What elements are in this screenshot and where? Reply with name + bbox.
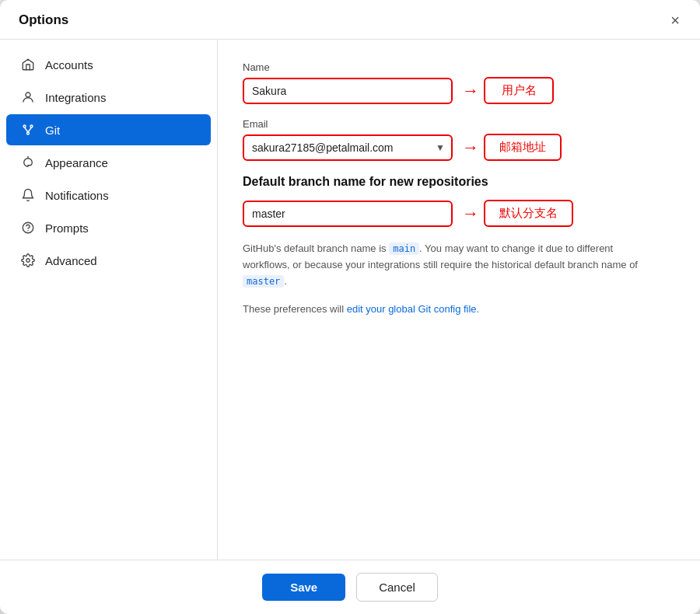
sidebar-item-appearance[interactable]: Appearance [6, 147, 211, 178]
cancel-button[interactable]: Cancel [356, 573, 438, 602]
svg-point-0 [26, 92, 30, 97]
name-annotation-arrow: → 用户名 [462, 77, 554, 104]
sidebar-item-integrations[interactable]: Integrations [6, 82, 211, 113]
branch-row: → 默认分支名 [243, 200, 675, 227]
arrow-right-icon-2: → [462, 139, 479, 156]
bell-icon [20, 187, 36, 203]
branch-info-text-1: GitHub's default branch name is [243, 242, 389, 254]
sidebar-item-advanced[interactable]: Advanced [6, 245, 211, 276]
name-row: → 用户名 [243, 77, 675, 104]
dialog-header: Options × [0, 0, 700, 40]
options-dialog: Options × Accounts Integrations ↑ [0, 0, 700, 614]
branch-section: Default branch name for new repositories… [243, 175, 675, 227]
branch-info-code1: main [389, 242, 419, 255]
appearance-icon [20, 155, 36, 170]
arrow-right-icon-3: → [462, 205, 479, 222]
svg-line-5 [28, 127, 32, 132]
user-icon [20, 89, 36, 105]
pref-link-line: These preferences will edit your global … [243, 303, 675, 315]
svg-point-9 [26, 259, 30, 263]
dialog-footer: Save Cancel [0, 560, 700, 614]
branch-info-code2: master [243, 275, 284, 288]
gear-icon [20, 253, 36, 268]
branch-info: GitHub's default branch name is main. Yo… [243, 241, 663, 289]
integrations-label: Integrations [45, 91, 106, 104]
branch-info-text-3: . [284, 275, 287, 287]
svg-line-4 [25, 127, 29, 132]
name-label: Name [243, 61, 675, 73]
sidebar: Accounts Integrations ↑ [0, 40, 218, 560]
branch-input[interactable] [243, 201, 453, 227]
name-field-group: Name → 用户名 [243, 61, 675, 104]
help-icon [20, 220, 36, 235]
email-label: Email [243, 118, 675, 130]
sidebar-item-prompts[interactable]: Prompts [6, 212, 211, 243]
branch-section-title: Default branch name for new repositories [243, 175, 675, 189]
git-icon [20, 122, 36, 138]
name-input[interactable] [243, 78, 453, 104]
notifications-label: Notifications [45, 189, 109, 202]
sidebar-item-git[interactable]: ↑ Git [6, 114, 211, 145]
sidebar-item-accounts[interactable]: Accounts [6, 49, 211, 80]
branch-annotation-arrow: → 默认分支名 [462, 200, 573, 227]
dialog-title: Options [19, 12, 68, 28]
arrow-right-icon: → [462, 82, 479, 99]
home-icon [20, 57, 36, 72]
sidebar-item-notifications[interactable]: Notifications [6, 180, 211, 211]
advanced-label: Advanced [45, 254, 97, 267]
appearance-label: Appearance [45, 156, 108, 169]
email-row: sakura27185@petalmail.com ▼ → 邮箱地址 [243, 134, 675, 161]
branch-annotation-box: 默认分支名 [484, 200, 573, 227]
accounts-label: Accounts [45, 58, 93, 72]
close-button[interactable]: × [666, 11, 684, 30]
email-select[interactable]: sakura27185@petalmail.com [244, 136, 451, 159]
main-content: Name → 用户名 Email sakura27185@petalmail.c… [218, 40, 700, 560]
email-annotation-arrow: → 邮箱地址 [462, 134, 562, 161]
email-annotation-box: 邮箱地址 [484, 134, 562, 161]
prompts-label: Prompts [45, 222, 89, 235]
dialog-body: Accounts Integrations ↑ [0, 40, 700, 560]
pref-link[interactable]: edit your global Git config file. [347, 303, 480, 315]
git-label: Git [45, 124, 60, 137]
name-annotation-box: 用户名 [484, 77, 554, 104]
email-field-group: Email sakura27185@petalmail.com ▼ → 邮箱地址 [243, 118, 675, 161]
pref-text: These preferences will [243, 303, 347, 315]
email-select-wrapper: sakura27185@petalmail.com ▼ [243, 134, 453, 161]
save-button[interactable]: Save [262, 574, 345, 601]
svg-point-7 [23, 222, 33, 233]
